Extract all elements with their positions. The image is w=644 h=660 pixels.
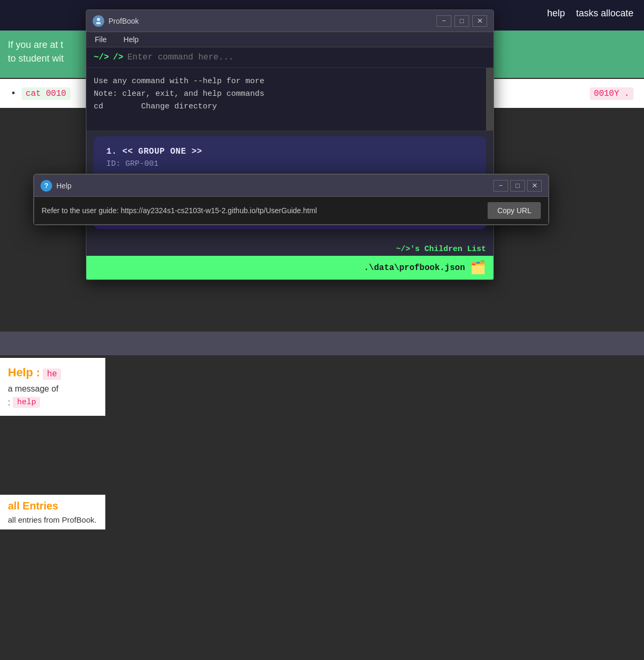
output-line-1: Use any command with --help for more <box>94 75 486 88</box>
prompt-arrow: /> <box>113 53 123 62</box>
profbook-app-icon <box>93 15 104 27</box>
prompt-symbol: ~/> <box>94 53 109 62</box>
bg-help-left: Help : he a message of : help <box>0 358 105 416</box>
help-minimize-btn[interactable]: − <box>493 180 508 192</box>
group-card-1: 1. << GROUP ONE >> ID: GRP-001 <box>94 136 486 179</box>
svg-rect-2 <box>96 21 101 22</box>
profbook-minimize-btn[interactable]: − <box>437 15 451 27</box>
help-dialog-icon: ? <box>41 180 52 192</box>
bg-help-command: help <box>13 397 40 408</box>
help-close-btn[interactable]: ✕ <box>527 180 542 192</box>
help-dialog-titlebar: ? Help − □ ✕ <box>34 175 548 197</box>
file-path: .\data\profbook.json <box>364 263 465 273</box>
file-icon: 🗂️ <box>470 260 486 275</box>
profbook-close-btn[interactable]: ✕ <box>472 15 487 27</box>
bg-help-header: Help : he <box>8 366 97 380</box>
bg-top-right-text: tasks allocate <box>576 8 633 19</box>
help-maximize-btn[interactable]: □ <box>510 180 525 192</box>
profbook-window: ProfBook − □ ✕ File Help ~/> /> Use any … <box>86 9 494 280</box>
command-input-area: ~/> /> <box>86 47 493 68</box>
bg-entries-title: all Entries <box>8 500 97 512</box>
help-dialog-title: Help <box>56 182 489 190</box>
scrollbar[interactable] <box>486 68 493 131</box>
copy-url-button[interactable]: Copy URL <box>488 202 541 219</box>
group-1-name: << GROUP ONE >> <box>122 147 202 156</box>
profbook-title: ProfBook <box>108 17 432 25</box>
bullet-dot: • <box>11 88 16 99</box>
group-1-id-label: ID: <box>106 159 121 168</box>
group-1-id-value: GRP-001 <box>125 159 158 168</box>
bg-help-code: he <box>43 368 61 380</box>
profbook-titlebar: ProfBook − □ ✕ <box>86 10 493 32</box>
group-card-1-id: ID: GRP-001 <box>106 159 473 168</box>
file-bar: .\data\profbook.json 🗂️ <box>86 256 493 279</box>
terminal-output: Use any command with --help for more Not… <box>86 68 493 131</box>
menu-file[interactable]: File <box>92 34 110 45</box>
bg-help-colon: : <box>8 398 10 407</box>
children-label: ~/>'s Children List <box>396 245 486 254</box>
bg-help-cmd-row: : help <box>8 397 97 408</box>
bg-help-text: help <box>547 8 565 19</box>
menu-help[interactable]: Help <box>121 34 142 45</box>
help-url-text: Refer to the user guide: https://ay2324s… <box>42 206 317 215</box>
help-dialog-controls: − □ ✕ <box>493 180 542 192</box>
svg-point-0 <box>97 18 100 21</box>
profbook-menubar: File Help <box>86 32 493 47</box>
bullet-code-right: 0010Y . <box>590 87 633 100</box>
children-bar: ~/>'s Children List <box>86 242 493 256</box>
profbook-maximize-btn[interactable]: □ <box>454 15 469 27</box>
bg-entries: all Entries all entries from ProfBook. <box>0 495 105 529</box>
output-line-3: cd Change directory <box>94 101 486 113</box>
bullet-code: cat 0010 <box>22 87 71 100</box>
bg-entries-desc: all entries from ProfBook. <box>8 515 97 524</box>
output-line-2: Note: clear, exit, and help commands <box>94 88 486 101</box>
profbook-window-controls: − □ ✕ <box>437 15 487 27</box>
group-card-1-title: 1. << GROUP ONE >> <box>106 147 473 156</box>
group-1-number: 1. <box>106 147 117 156</box>
help-dialog: ? Help − □ ✕ Refer to the user guide: ht… <box>33 174 549 225</box>
bg-dark-divider <box>0 332 644 355</box>
bg-help-desc: a message of <box>8 384 97 394</box>
help-url-bar: Refer to the user guide: https://ay2324s… <box>34 197 548 224</box>
bg-help-title: Help : <box>8 366 40 379</box>
command-input[interactable] <box>127 53 486 62</box>
